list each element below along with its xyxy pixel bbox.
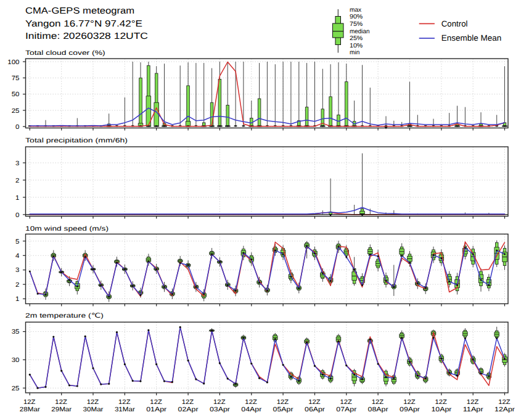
svg-text:29Mar: 29Mar (51, 406, 72, 413)
svg-text:06Apr: 06Apr (305, 406, 326, 413)
svg-text:CMA-GEPS meteogram: CMA-GEPS meteogram (25, 6, 134, 16)
svg-text:median: median (350, 28, 370, 35)
svg-text:05Apr: 05Apr (273, 406, 294, 413)
svg-text:1: 1 (15, 195, 20, 202)
svg-text:2: 2 (15, 178, 20, 184)
svg-text:12Z: 12Z (213, 399, 226, 406)
svg-text:12Z: 12Z (372, 399, 384, 406)
svg-text:11Apr: 11Apr (463, 406, 484, 413)
svg-text:30Mar: 30Mar (83, 406, 104, 413)
svg-text:1: 1 (15, 296, 20, 303)
svg-text:02Apr: 02Apr (178, 406, 199, 413)
svg-text:3: 3 (15, 160, 20, 167)
svg-text:12Z: 12Z (467, 399, 479, 406)
svg-text:30: 30 (12, 357, 20, 364)
svg-text:12Z: 12Z (55, 399, 67, 406)
svg-text:35: 35 (12, 329, 20, 336)
svg-text:25%: 25% (350, 35, 363, 42)
svg-text:09Apr: 09Apr (400, 406, 420, 413)
svg-text:0: 0 (15, 212, 20, 219)
svg-text:10m wind speed (m/s): 10m wind speed (m/s) (25, 225, 109, 233)
svg-text:50: 50 (12, 91, 20, 98)
svg-text:2m temperature (℃): 2m temperature (℃) (25, 312, 104, 319)
svg-text:12Z: 12Z (87, 399, 99, 406)
svg-text:08Apr: 08Apr (368, 406, 389, 413)
svg-text:12Z: 12Z (23, 399, 36, 406)
svg-text:75%: 75% (350, 21, 363, 28)
svg-text:3: 3 (15, 267, 20, 274)
svg-text:04Apr: 04Apr (241, 406, 262, 413)
svg-text:12Z: 12Z (340, 399, 352, 406)
svg-text:100: 100 (7, 59, 19, 66)
svg-text:12Z: 12Z (245, 399, 257, 406)
svg-text:Control: Control (441, 19, 468, 28)
svg-text:10Apr: 10Apr (431, 406, 452, 413)
svg-text:12Z: 12Z (498, 399, 511, 406)
svg-text:28Mar: 28Mar (20, 406, 41, 413)
svg-text:75: 75 (12, 75, 20, 82)
svg-text:0: 0 (15, 124, 20, 131)
svg-text:Total cloud cover (%): Total cloud cover (%) (25, 49, 105, 57)
svg-text:12Z: 12Z (150, 399, 162, 406)
svg-text:25: 25 (12, 108, 20, 115)
svg-text:Ensemble Mean: Ensemble Mean (441, 33, 501, 43)
svg-text:03Apr: 03Apr (210, 406, 231, 413)
svg-text:10%: 10% (350, 43, 363, 49)
svg-text:Yangon 16.77°N 97.42°E: Yangon 16.77°N 97.42°E (25, 19, 142, 29)
svg-text:Total precipitation (mm/6h): Total precipitation (mm/6h) (25, 137, 128, 144)
svg-text:2: 2 (15, 282, 20, 289)
svg-text:min: min (350, 49, 359, 56)
svg-text:12Z: 12Z (403, 399, 416, 406)
svg-text:01Apr: 01Apr (146, 406, 167, 413)
svg-text:07Apr: 07Apr (336, 406, 357, 413)
svg-text:90%: 90% (350, 14, 363, 20)
svg-text:12Z: 12Z (308, 399, 321, 406)
svg-text:12Z: 12Z (118, 399, 131, 406)
svg-text:5: 5 (15, 239, 20, 245)
svg-text:12Z: 12Z (435, 399, 447, 406)
svg-text:12Z: 12Z (182, 399, 194, 406)
svg-text:12Apr: 12Apr (494, 406, 515, 413)
svg-text:4: 4 (15, 253, 20, 260)
svg-text:max: max (350, 7, 361, 14)
svg-text:12Z: 12Z (277, 399, 289, 406)
svg-text:Initime: 20260328 12UTC: Initime: 20260328 12UTC (25, 31, 148, 41)
svg-text:25: 25 (12, 385, 20, 392)
svg-text:31Mar: 31Mar (115, 406, 136, 413)
